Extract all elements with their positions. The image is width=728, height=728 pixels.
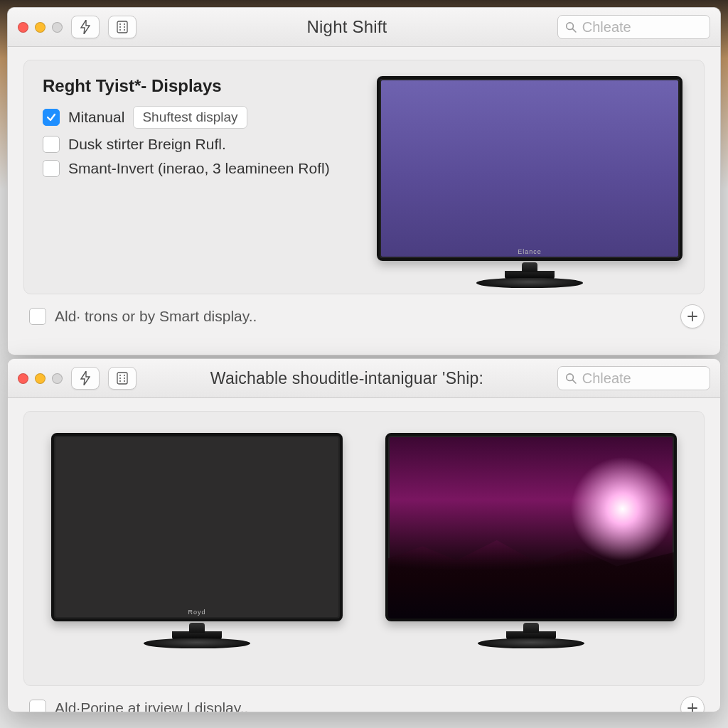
display-screen: Elance	[377, 76, 682, 261]
window-title: Waichable shouditle-intaniguar 'Ship:	[145, 369, 549, 388]
display-right[interactable]: Diand	[385, 433, 677, 621]
plus-icon	[687, 702, 698, 712]
titlebar: Night Shift	[8, 8, 720, 47]
checkbox-manual[interactable]	[43, 109, 60, 126]
search-field[interactable]	[557, 366, 710, 390]
display-screen: Royd	[51, 433, 343, 621]
add-button[interactable]	[680, 696, 705, 712]
footer-bar: Ald·Porine at irview | display..	[8, 686, 720, 712]
monitor-brand: Diand	[521, 609, 542, 616]
option-label: Dusk stirter Breign Rufl.	[68, 136, 226, 153]
option-label: Mitanual	[68, 109, 124, 126]
monitor-brand: Royd	[188, 609, 205, 616]
plus-icon	[687, 311, 698, 322]
svg-point-5	[119, 29, 121, 31]
lightning-icon	[80, 371, 90, 385]
svg-point-16	[567, 374, 574, 381]
option-label: Smant-Invert (inerao, 3 leamineen Rofl)	[68, 160, 330, 177]
close-button[interactable]	[18, 22, 28, 33]
content-area: Reght Tyist*- Displays Mitanual Shuftest…	[8, 47, 720, 294]
traffic-lights	[18, 373, 63, 384]
maximize-button[interactable]	[52, 373, 63, 384]
svg-point-7	[567, 23, 574, 30]
search-field[interactable]	[557, 15, 710, 39]
footer-checkbox[interactable]	[29, 308, 46, 325]
displays-panel: Royd Diand	[23, 411, 705, 686]
grid-icon	[117, 21, 128, 33]
svg-point-11	[124, 375, 125, 376]
svg-rect-0	[117, 21, 127, 33]
search-input[interactable]	[582, 19, 702, 36]
footer-label: Ald·Porine at irview | display..	[55, 700, 248, 712]
maximize-button[interactable]	[52, 22, 63, 33]
svg-point-10	[119, 375, 121, 376]
window-displays: Waichable shouditle-intaniguar 'Ship: Ro…	[7, 358, 721, 712]
minimize-button[interactable]	[35, 22, 46, 33]
checkbox-smart-invert[interactable]	[43, 160, 60, 177]
monitor-brand: Elance	[518, 248, 542, 255]
svg-line-17	[573, 380, 576, 383]
svg-point-13	[124, 378, 125, 379]
add-button[interactable]	[680, 304, 705, 328]
search-input[interactable]	[582, 370, 702, 387]
footer-bar: Ald· trons or by Smart display..	[8, 294, 720, 338]
svg-point-2	[124, 23, 125, 25]
settings-panel: Reght Tyist*- Displays Mitanual Shuftest…	[23, 60, 705, 294]
monitor-base	[478, 638, 584, 648]
svg-point-4	[124, 26, 125, 28]
checkbox-dusk[interactable]	[43, 136, 60, 153]
close-button[interactable]	[18, 373, 28, 384]
window-night-shift: Night Shift Reght Tyist*- Displays Mitan…	[7, 7, 721, 355]
check-icon	[46, 112, 57, 123]
monitor-base	[476, 278, 583, 288]
svg-point-1	[119, 23, 121, 25]
content-area: Royd Diand	[8, 398, 720, 686]
svg-point-14	[119, 380, 121, 382]
svg-point-3	[119, 26, 121, 28]
display-screen: Diand	[385, 433, 677, 621]
svg-point-15	[124, 380, 125, 382]
svg-point-12	[119, 378, 121, 379]
display-left[interactable]: Royd	[51, 433, 343, 621]
back-button[interactable]	[71, 16, 100, 38]
grid-button[interactable]	[108, 367, 136, 390]
window-title: Night Shift	[145, 17, 549, 37]
svg-point-6	[124, 29, 125, 31]
traffic-lights	[18, 22, 63, 33]
option-chip[interactable]: Shuftest display	[133, 106, 247, 129]
display-preview: Elance	[377, 76, 682, 261]
search-icon	[565, 372, 577, 385]
titlebar: Waichable shouditle-intaniguar 'Ship:	[8, 359, 720, 398]
grid-button[interactable]	[108, 16, 136, 38]
search-icon	[565, 21, 577, 33]
footer-label: Ald· trons or by Smart display..	[55, 308, 257, 325]
minimize-button[interactable]	[35, 373, 46, 384]
lightning-icon	[80, 20, 90, 34]
display-arrangement: Royd Diand	[38, 426, 690, 650]
monitor-base	[144, 638, 250, 648]
svg-rect-9	[117, 373, 127, 384]
back-button[interactable]	[71, 367, 100, 390]
footer-checkbox[interactable]	[29, 700, 46, 712]
svg-line-8	[573, 29, 576, 32]
grid-icon	[117, 372, 128, 385]
